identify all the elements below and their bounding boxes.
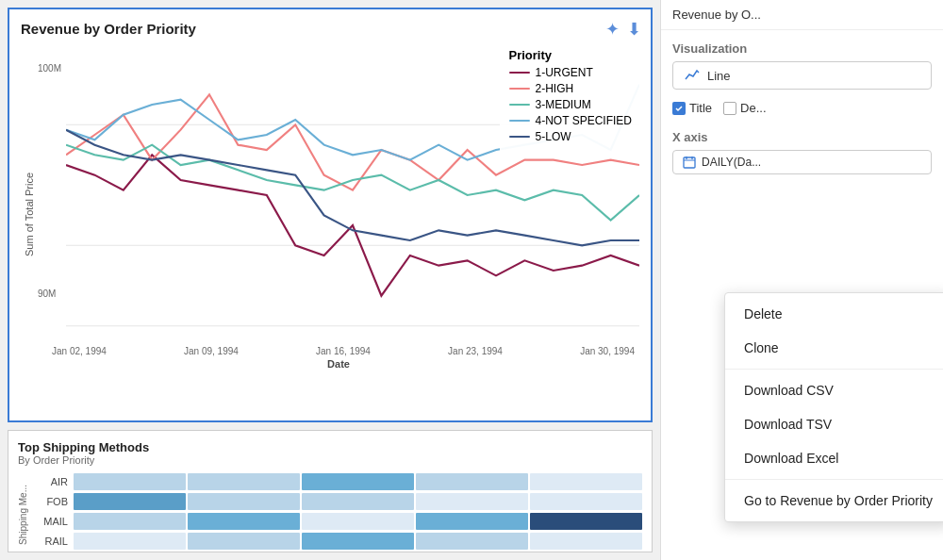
chart-title: Revenue by Order Priority (21, 21, 639, 37)
svg-rect-3 (684, 157, 695, 168)
download-icon[interactable]: ⬇ (627, 19, 641, 40)
checkmark-icon (674, 104, 684, 113)
heat-cell (416, 473, 528, 490)
table-title: Top Shipping Methods (18, 440, 642, 454)
side-label: Shipping Me... (18, 485, 28, 545)
heat-cells-air (74, 473, 642, 490)
title-checkbox-label: Title (689, 101, 712, 115)
y-axis-label: Sum of Total Price (21, 44, 38, 384)
side-axis: Shipping Me... (18, 473, 28, 552)
menu-item-delete[interactable]: Delete (725, 297, 943, 331)
heat-cell (188, 473, 300, 490)
y-tick-100m: 100M (38, 63, 61, 74)
heat-cell (530, 513, 642, 530)
main-panel: Revenue by Order Priority ✦ ⬇ Sum of Tot… (0, 0, 660, 560)
heat-cell (188, 493, 300, 510)
heatmap-row-fob: FOB (32, 493, 642, 510)
heat-cell (416, 533, 528, 550)
title-checkbox[interactable] (672, 102, 686, 115)
legend-label-4: 4-NOT SPECIFIED (536, 114, 632, 127)
x-tick-5: Jan 30, 1994 (580, 346, 635, 356)
menu-divider-2 (725, 479, 943, 480)
legend-item-1: 1-URGENT (509, 66, 632, 79)
heat-cell (530, 533, 642, 550)
legend-item-4: 4-NOT SPECIFIED (509, 114, 632, 127)
heat-cell (74, 493, 186, 510)
line-chart-icon (685, 68, 700, 83)
heatmap-row-mail: MAIL (32, 513, 642, 530)
viz-type-label: Line (707, 69, 731, 83)
heat-cell (416, 513, 528, 530)
table-subtitle: By Order Priority (18, 454, 642, 466)
desc-checkbox-item[interactable]: De... (723, 101, 766, 115)
menu-item-clone[interactable]: Clone (725, 331, 943, 365)
x-axis-pill[interactable]: DAILY(Da... (672, 150, 932, 174)
heat-cell (302, 493, 414, 510)
legend-item-2: 2-HIGH (509, 82, 632, 95)
right-panel: Revenue by O... Visualization Line Title… (660, 0, 943, 560)
heat-cell (74, 473, 186, 490)
x-axis-label: Date (327, 358, 350, 370)
desc-checkbox-label: De... (740, 101, 766, 115)
heatmap-row-rail: RAIL (32, 533, 642, 550)
heatmap-row-air: AIR (32, 473, 642, 490)
visualization-label: Visualization (661, 30, 943, 61)
legend-item-5: 5-LOW (509, 130, 632, 143)
heat-cell (188, 513, 300, 530)
row-label-air: AIR (32, 476, 68, 487)
legend-color-3 (509, 104, 530, 106)
menu-item-download-csv[interactable]: Download CSV (725, 373, 943, 407)
heatmap-container: Shipping Me... AIR FOB (18, 473, 642, 552)
heatmap-rows: AIR FOB (32, 473, 642, 550)
y-tick-90m: 90M (38, 288, 56, 299)
heat-cells-rail (74, 533, 642, 550)
row-label-mail: MAIL (32, 516, 68, 527)
heat-cell (302, 473, 414, 490)
legend-item-3: 3-MEDIUM (509, 98, 632, 111)
legend-label-2: 2-HIGH (536, 82, 574, 95)
legend-color-4 (509, 120, 530, 122)
title-checkbox-item[interactable]: Title (672, 101, 712, 115)
legend-color-2 (509, 88, 530, 90)
x-axis-section: X axis DAILY(Da... (661, 123, 943, 178)
calendar-icon (683, 156, 696, 169)
viz-type-selector[interactable]: Line (672, 61, 932, 90)
chart-legend: Priority 1-URGENT 2-HIGH 3-MEDIUM 4-NOT … (500, 42, 641, 152)
chart-toolbar: ✦ ⬇ (605, 19, 641, 40)
x-axis-title: X axis (672, 130, 932, 144)
move-icon[interactable]: ✦ (605, 19, 620, 40)
heat-cell (530, 493, 642, 510)
legend-label-1: 1-URGENT (536, 66, 593, 79)
heat-cell (188, 533, 300, 550)
x-tick-4: Jan 23, 1994 (448, 346, 503, 356)
heat-cells-mail (74, 513, 642, 530)
menu-item-download-tsv[interactable]: Download TSV (725, 407, 943, 441)
legend-color-1 (509, 72, 530, 74)
legend-color-5 (509, 136, 530, 138)
table-card: Top Shipping Methods By Order Priority S… (8, 430, 653, 552)
checkboxes-row: Title De... (661, 97, 943, 123)
heat-cell (302, 533, 414, 550)
x-tick-2: Jan 09, 1994 (184, 346, 239, 356)
legend-label-5: 5-LOW (536, 130, 571, 143)
x-tick-3: Jan 16, 1994 (316, 346, 371, 356)
x-axis-area: Jan 02, 1994 Jan 09, 1994 Jan 16, 1994 J… (38, 346, 639, 384)
menu-item-goto[interactable]: Go to Revenue by Order Priority (725, 484, 943, 518)
legend-label-3: 3-MEDIUM (536, 98, 591, 111)
heat-cell (74, 533, 186, 550)
menu-divider (725, 369, 943, 370)
context-menu: Delete Clone Download CSV Download TSV D… (724, 292, 943, 522)
x-axis-value: DAILY(Da... (702, 156, 761, 169)
heat-cell (74, 513, 186, 530)
heat-cells-fob (74, 493, 642, 510)
right-header: Revenue by O... (661, 0, 943, 30)
row-label-rail: RAIL (32, 535, 68, 547)
chart-card: Revenue by Order Priority ✦ ⬇ Sum of Tot… (8, 8, 653, 422)
x-tick-1: Jan 02, 1994 (52, 346, 107, 356)
menu-item-download-excel[interactable]: Download Excel (725, 441, 943, 475)
row-label-fob: FOB (32, 496, 68, 507)
desc-checkbox[interactable] (723, 102, 736, 115)
heat-cell (530, 473, 642, 490)
heat-cell (416, 493, 528, 510)
heat-cell (302, 513, 414, 530)
